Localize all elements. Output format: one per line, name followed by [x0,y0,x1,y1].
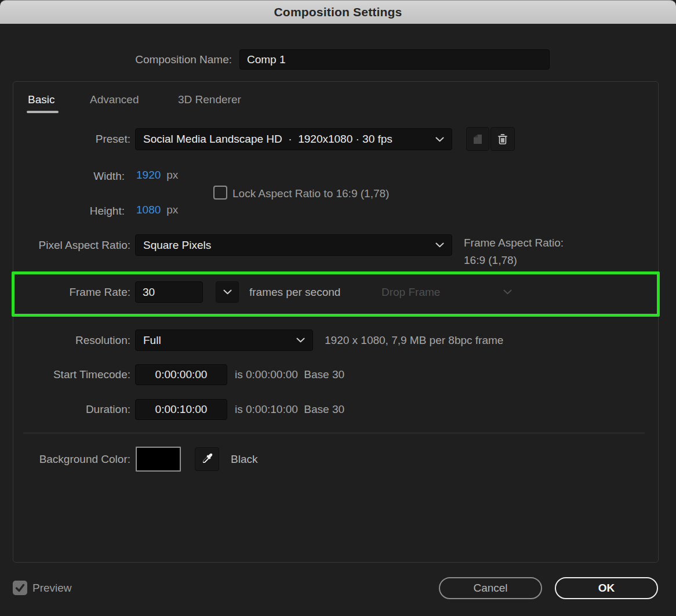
lock-aspect-checkbox[interactable] [213,186,227,200]
check-icon [14,582,26,593]
start-timecode-label: Start Timecode: [13,364,130,385]
eyedropper-icon [201,452,214,466]
dialog-titlebar: Composition Settings [0,0,676,24]
drop-frame-dropdown: Drop Frame [381,281,512,303]
frame-rate-input[interactable] [135,281,203,303]
eyedropper-button[interactable] [195,447,219,471]
section-divider [23,433,645,433]
cancel-button[interactable]: Cancel [439,577,542,599]
width-value[interactable]: 1920 [136,169,161,182]
trash-icon [496,132,510,146]
ok-button[interactable]: OK [555,577,658,599]
start-timecode-input[interactable] [135,364,227,385]
preview-label: Preview [32,581,72,595]
chevron-down-icon [435,137,444,142]
width-unit: px [166,169,178,182]
lock-aspect-label: Lock Aspect Ratio to 16:9 (1,78) [232,186,389,201]
pixel-aspect-ratio-dropdown[interactable]: Square Pixels [135,234,452,256]
height-value[interactable]: 1080 [136,204,161,216]
dialog-title: Composition Settings [274,5,402,19]
save-preset-button[interactable] [466,127,489,151]
resolution-info: 1920 x 1080, 7,9 MB per 8bpc frame [325,329,503,351]
frame-aspect-ratio-value: 16:9 (1,78) [464,254,517,267]
preset-value: Social Media Landscape HD · 1920x1080 · … [143,133,392,146]
tab-advanced[interactable]: Advanced [90,93,139,106]
preset-dropdown[interactable]: Social Media Landscape HD · 1920x1080 · … [135,128,452,150]
settings-panel [13,81,659,563]
preview-checkbox[interactable] [13,581,27,595]
drop-frame-value: Drop Frame [381,286,440,299]
start-timecode-info: is 0:00:00:00 Base 30 [235,364,344,385]
frame-aspect-ratio-label: Frame Aspect Ratio: [464,237,564,249]
frame-rate-dropdown-button[interactable] [216,281,239,303]
pixel-aspect-ratio-value: Square Pixels [143,239,211,252]
resolution-label: Resolution: [13,329,130,351]
background-color-swatch[interactable] [136,447,181,472]
frames-per-second-label: frames per second [249,281,340,303]
tab-3d-renderer[interactable]: 3D Renderer [178,93,241,106]
chevron-down-icon [223,289,232,295]
height-label: Height: [13,204,125,219]
composition-name-label: Composition Name: [0,51,232,68]
duration-input[interactable] [135,399,227,420]
resolution-value: Full [143,334,161,347]
duration-info: is 0:00:10:00 Base 30 [235,399,344,420]
pixel-aspect-ratio-label: Pixel Aspect Ratio: [13,234,130,256]
chevron-down-icon [296,338,305,343]
preset-label: Preset: [13,128,130,150]
chevron-down-icon [503,289,512,295]
duration-label: Duration: [13,399,130,420]
tab-basic[interactable]: Basic [28,93,54,106]
delete-preset-button[interactable] [490,127,515,151]
width-label: Width: [13,169,125,184]
resolution-dropdown[interactable]: Full [135,329,313,351]
height-unit: px [166,204,178,216]
chevron-down-icon [435,242,444,248]
frame-rate-label: Frame Rate: [13,281,130,303]
composition-name-input[interactable] [239,49,550,70]
background-color-name: Black [231,447,257,472]
tab-basic-underline [27,111,59,113]
background-color-label: Background Color: [13,447,130,472]
save-preset-icon [471,133,484,146]
